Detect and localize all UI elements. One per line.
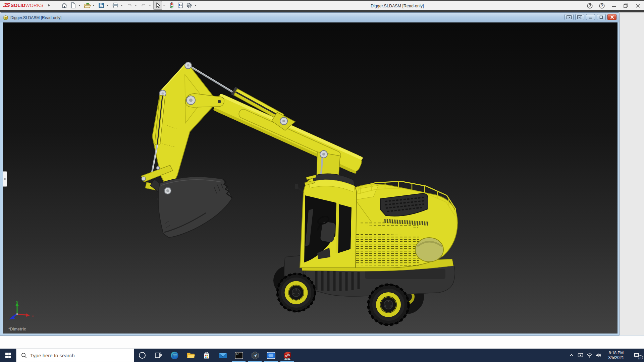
- front-wheel: [277, 274, 315, 311]
- status-bar: [0, 336, 644, 349]
- select-cursor-icon: [154, 2, 161, 9]
- document-minimize-button[interactable]: [586, 14, 595, 20]
- taskbar-store[interactable]: [199, 349, 215, 362]
- start-button[interactable]: [0, 349, 16, 362]
- document-window-controls: [565, 14, 616, 20]
- options-dropdown[interactable]: [194, 1, 198, 10]
- cab: [295, 174, 357, 268]
- undo-button[interactable]: [125, 1, 134, 10]
- brand-light: WORKS: [25, 3, 44, 8]
- document-title: Digger.SLDASM [Read-only]: [10, 15, 61, 20]
- file-properties-icon: [177, 2, 184, 9]
- pane-next-button[interactable]: [575, 14, 584, 20]
- taskbar: C:\_ S W: [0, 349, 644, 362]
- edge-icon: [170, 351, 179, 360]
- mdi-area: Digger.SLDASM [Read-only]: [0, 12, 644, 336]
- gear-icon: [185, 2, 193, 9]
- media-app-icon: [267, 352, 275, 359]
- brand-bold: SOLID: [11, 3, 25, 8]
- boom-beam: [211, 93, 364, 174]
- engine-housing: [351, 181, 458, 268]
- taskbar-file-explorer[interactable]: [182, 349, 199, 362]
- taskbar-task-view[interactable]: [150, 349, 166, 362]
- solidworks-logo: 3S SOLIDWORKS: [3, 2, 50, 9]
- document-titlebar[interactable]: Digger.SLDASM [Read-only]: [0, 13, 619, 22]
- restore-button[interactable]: [620, 1, 632, 10]
- action-center-button[interactable]: 3: [629, 349, 644, 362]
- svg-text:W: W: [287, 354, 290, 357]
- options-button[interactable]: [185, 1, 194, 10]
- redo-dropdown[interactable]: [148, 1, 152, 10]
- undo-dropdown[interactable]: [134, 1, 138, 10]
- new-dropdown[interactable]: [77, 1, 82, 10]
- link-plate: [185, 94, 224, 107]
- undo-icon: [126, 2, 133, 9]
- orientation-triad: Y X: [5, 301, 42, 321]
- search-input[interactable]: [30, 353, 124, 358]
- tray-volume-button[interactable]: [594, 349, 603, 362]
- document-restore-button[interactable]: [597, 14, 606, 20]
- minimize-button[interactable]: [608, 1, 620, 10]
- select-dropdown[interactable]: [162, 1, 166, 10]
- open-button[interactable]: [83, 1, 92, 10]
- logo-expand-arrow-icon[interactable]: [48, 4, 50, 7]
- clock-time: 8:18 PM: [603, 351, 629, 355]
- command-prompt-icon: C:\_: [235, 352, 243, 359]
- solidworks-app-icon: S W 2021: [282, 351, 292, 360]
- app-window-controls: ?: [584, 1, 644, 11]
- help-icon: ?: [599, 3, 605, 9]
- document-window: Digger.SLDASM [Read-only]: [0, 12, 620, 336]
- save-button[interactable]: [97, 1, 106, 10]
- taskbar-solidworks[interactable]: S W 2021: [279, 349, 295, 362]
- volume-icon: [596, 353, 602, 358]
- svg-text:2021: 2021: [284, 357, 290, 360]
- app-titlebar: 3S SOLIDWORKS: [0, 0, 644, 10]
- system-tray: 8:18 PM 3/5/2021 3: [567, 349, 644, 362]
- taskbar-cortana[interactable]: [134, 349, 150, 362]
- feature-tree-collapse-handle[interactable]: [3, 171, 7, 187]
- quick-toolbar: [60, 1, 199, 10]
- tray-connect-button[interactable]: [576, 349, 585, 362]
- taskbar-edge[interactable]: [166, 349, 182, 362]
- svg-text:C:\_: C:\_: [236, 353, 240, 355]
- chevron-up-icon: [569, 353, 574, 358]
- select-button[interactable]: [153, 1, 162, 10]
- taskbar-clock[interactable]: 8:18 PM 3/5/2021: [603, 351, 629, 360]
- svg-text:?: ?: [601, 4, 603, 8]
- tray-chevron-button[interactable]: [567, 349, 576, 362]
- save-dropdown[interactable]: [106, 1, 110, 10]
- close-button[interactable]: [632, 1, 644, 10]
- account-button[interactable]: [584, 1, 596, 10]
- rebuild-button[interactable]: [167, 1, 176, 10]
- minimize-icon: [611, 3, 617, 9]
- taskbar-search[interactable]: [16, 349, 134, 362]
- pane-previous-button[interactable]: [565, 14, 574, 20]
- open-dropdown[interactable]: [92, 1, 96, 10]
- help-button[interactable]: ?: [596, 1, 608, 10]
- 3ds-logo-icon: 3S: [3, 2, 10, 9]
- excavator-model: [3, 22, 618, 334]
- home-button[interactable]: [60, 1, 69, 10]
- print-button[interactable]: [111, 1, 120, 10]
- store-icon: [203, 351, 211, 359]
- print-dropdown[interactable]: [120, 1, 124, 10]
- bucket: [157, 177, 232, 237]
- wifi-icon: [587, 353, 593, 358]
- new-document-button[interactable]: [69, 1, 77, 10]
- document-restore-icon: [599, 15, 603, 19]
- taskbar-command-prompt[interactable]: C:\_: [231, 349, 247, 362]
- taskbar-media-app[interactable]: [263, 349, 279, 362]
- taskbar-edrawings[interactable]: [247, 349, 263, 362]
- redo-button[interactable]: [139, 1, 148, 10]
- mail-icon: [218, 352, 227, 359]
- graphics-viewport[interactable]: Y X *Dimetric: [3, 22, 618, 334]
- document-close-button[interactable]: [607, 14, 616, 20]
- account-icon: [587, 3, 593, 9]
- app-title: Digger.SLDASM [Read-only]: [371, 1, 424, 11]
- edrawings-icon: [251, 351, 259, 360]
- file-explorer-icon: [186, 352, 195, 359]
- taskbar-mail[interactable]: [215, 349, 231, 362]
- triad-x-label: X: [32, 314, 34, 317]
- tray-wifi-button[interactable]: [585, 349, 594, 362]
- file-properties-button[interactable]: [176, 1, 185, 10]
